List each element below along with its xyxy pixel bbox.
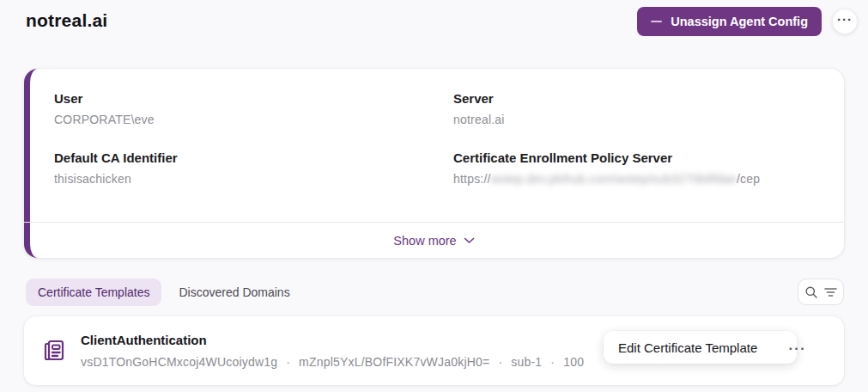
edit-template-label: Edit Certificate Template	[618, 340, 757, 355]
tab-discovered-domains[interactable]: Discovered Domains	[167, 279, 301, 306]
minus-icon	[651, 21, 662, 22]
template-meta: vsD1TOnGoHCMxcoj4WUcoiydw1g · mZnpl5YxL/…	[81, 355, 584, 369]
template-info: ClientAuthentication vsD1TOnGoHCMxcoj4WU…	[81, 333, 584, 369]
template-sub: sub-1	[511, 355, 542, 369]
edit-certificate-template-menu-item[interactable]: Edit Certificate Template	[604, 331, 797, 364]
page-header: notreal.ai Unassign Agent Config ···	[0, 0, 868, 55]
template-name: ClientAuthentication	[81, 333, 584, 347]
field-label: Certificate Enrollment Policy Server	[453, 150, 823, 165]
unassign-button-label: Unassign Agent Config	[671, 15, 808, 28]
show-more-label: Show more	[393, 234, 456, 248]
field-cert-enrollment-policy-server: Certificate Enrollment Policy Server htt…	[453, 150, 823, 186]
certificate-template-icon	[39, 336, 69, 365]
tab-certificate-templates[interactable]: Certificate Templates	[26, 279, 161, 306]
template-count: 100	[563, 355, 584, 369]
field-value: notreal.ai	[453, 113, 823, 126]
header-more-menu-button[interactable]: ···	[832, 9, 858, 34]
field-value: CORPORATE\eve	[54, 113, 453, 126]
meta-separator: ·	[286, 355, 290, 369]
field-label: Default CA Identifier	[54, 150, 453, 165]
field-user: User CORPORATE\eve	[54, 91, 453, 126]
template-oid: vsD1TOnGoHCMxcoj4WUcoiydw1g	[81, 355, 277, 369]
url-suffix: /cep	[737, 172, 760, 186]
field-value: https://wstep.dev.pkihub.com/wstep/sub32…	[453, 172, 823, 186]
url-redacted-segment: wstep.dev.pkihub.com/wstep/sub3270b9fdae	[491, 172, 737, 186]
tabs-bar: Certificate Templates Discovered Domains	[26, 277, 844, 308]
url-prefix: https://	[453, 172, 491, 186]
template-hash: mZnpl5YxL/BOfFIXK7vWJa0kjH0=	[299, 355, 489, 369]
meta-separator: ·	[498, 355, 502, 369]
field-default-ca-identifier: Default CA Identifier thisisachicken	[54, 150, 453, 186]
more-horizontal-icon: ···	[837, 12, 853, 27]
field-value: thisisachicken	[54, 172, 453, 186]
page-title: notreal.ai	[26, 10, 107, 31]
filter-icon[interactable]	[824, 287, 837, 297]
more-horizontal-icon: ···	[789, 341, 806, 356]
certificate-template-row[interactable]: ClientAuthentication vsD1TOnGoHCMxcoj4WU…	[24, 316, 844, 385]
show-more-button[interactable]: Show more	[24, 222, 844, 258]
field-label: Server	[453, 91, 823, 106]
row-more-menu-button[interactable]: ···	[789, 341, 806, 357]
agent-config-card: User CORPORATE\eve Server notreal.ai Def…	[24, 69, 844, 258]
unassign-agent-config-button[interactable]: Unassign Agent Config	[637, 7, 822, 36]
agent-config-fields: User CORPORATE\eve Server notreal.ai Def…	[30, 69, 844, 186]
field-label: User	[54, 91, 453, 106]
chevron-down-icon	[464, 237, 475, 244]
search-filter-control[interactable]	[798, 279, 844, 305]
search-icon[interactable]	[804, 285, 818, 299]
meta-separator: ·	[550, 355, 555, 369]
field-server: Server notreal.ai	[453, 91, 823, 126]
